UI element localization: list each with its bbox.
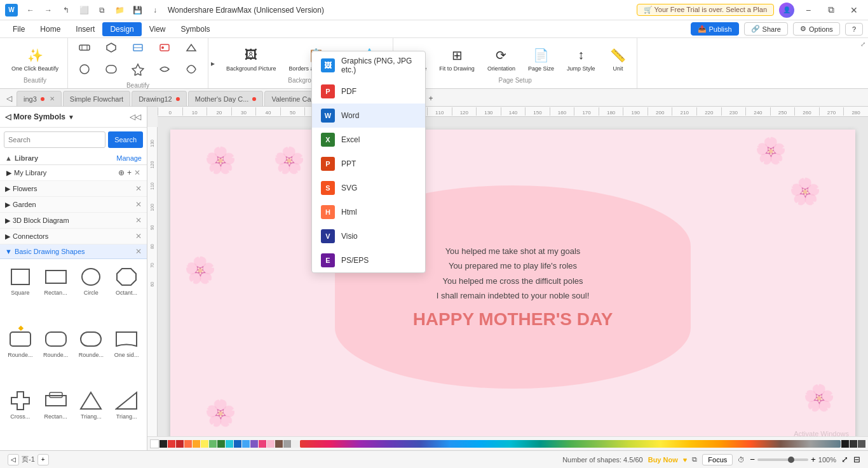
publish-button[interactable]: 📤 Publish [691,22,739,36]
page-size-button[interactable]: 📄 Page Size [523,43,559,75]
color-purple[interactable] [250,440,258,448]
user-avatar[interactable]: 👤 [779,3,794,18]
color-blue1[interactable] [234,440,241,448]
color-dark[interactable] [841,440,849,448]
color-dark2[interactable] [850,440,857,448]
export-svg[interactable]: S SVG [312,176,425,200]
export-excel[interactable]: X Excel [312,128,425,152]
menu-symbols[interactable]: Symbols [173,22,218,36]
fullscreen-btn[interactable]: ⤢ [841,455,848,464]
shape-rounded-3[interactable]: Rounde... [75,325,108,385]
sidebar-back-icon[interactable]: ◁ [5,112,11,121]
beautify-shape-8[interactable] [125,59,151,79]
flowers-section-header[interactable]: ▶ Flowers ✕ [0,181,147,197]
fit-drawing-button[interactable]: ⊞ Fit to Drawing [434,43,480,75]
nav-forward[interactable]: → [41,4,56,17]
shape-rounded-1[interactable]: Rounde... [4,325,37,385]
my-library-add-icon[interactable]: ⊕ [118,168,125,177]
minimize-button[interactable]: − [799,4,817,17]
nav-export[interactable]: ↓ [147,4,163,17]
color-dark3[interactable] [858,440,865,448]
color-brown[interactable] [275,440,283,448]
nav-redo[interactable]: ⬜ [76,4,92,17]
prev-page-btn[interactable]: ◁ [8,454,19,465]
color-orange[interactable] [184,440,192,448]
connectors-close-icon[interactable]: ✕ [135,232,142,241]
beautify-shape-7[interactable] [98,59,124,79]
export-html[interactable]: H Html [312,200,425,224]
manage-button[interactable]: Manage [116,154,142,162]
export-visio[interactable]: V Visio [312,224,425,248]
shape-triangle-1[interactable]: Triang... [75,387,108,446]
color-black[interactable] [159,440,167,448]
zoom-out-btn[interactable]: − [750,455,755,464]
connectors-section-header[interactable]: ▶ Connectors ✕ [0,229,147,244]
color-red2[interactable] [176,440,184,448]
beautify-shape-5[interactable] [179,37,204,58]
basic-shapes-close-icon[interactable]: ✕ [135,247,142,256]
export-eps[interactable]: E PS/EPS [312,248,425,272]
tab-add[interactable]: + [424,91,437,106]
close-button[interactable]: ✕ [845,4,863,17]
sidebar-dropdown-icon[interactable]: ▼ [68,114,74,121]
3d-block-close-icon[interactable]: ✕ [135,216,142,225]
menu-insert[interactable]: Insert [68,22,102,36]
color-grey[interactable] [283,440,291,448]
shape-one-side[interactable]: One sid... [110,325,143,385]
toolbar-scroll-right[interactable]: ▸ [208,59,217,68]
nav-back[interactable]: ← [23,4,38,17]
search-input[interactable] [4,131,105,148]
tab-close[interactable]: ✕ [50,95,55,102]
beautify-shape-9[interactable] [152,59,177,79]
beautify-shape-3[interactable] [125,37,151,58]
3d-block-section-header[interactable]: ▶ 3D Block Diagram ✕ [0,213,147,229]
canvas-content[interactable]: 🌸 🌸 🌸 🌸 🌸 🌸 🌸 You helped me take shot at… [158,117,868,450]
shape-rounded-2[interactable]: Rounde... [39,325,72,385]
garden-close-icon[interactable]: ✕ [135,200,142,209]
beautify-shape-10[interactable] [179,59,204,79]
sidebar-collapse-btn[interactable]: ◁◁ [129,110,142,123]
color-amber[interactable] [193,440,200,448]
add-page-btn[interactable]: + [37,454,49,465]
page-setup-expand[interactable]: ⤢ [860,41,865,48]
shape-rect-label[interactable]: Rectan... [39,387,72,446]
menu-file[interactable]: File [5,22,32,36]
jump-style-button[interactable]: ↕ Jump Style [562,43,600,75]
trial-banner[interactable]: 🛒 Your Free Trial is over. Select a Plan [637,4,774,16]
buy-now-link[interactable]: Buy Now [648,456,678,464]
nav-new[interactable]: ⧉ [94,4,109,17]
beautify-shape-2[interactable] [98,37,124,58]
export-png[interactable]: 🖼 Graphics (PNG, JPG etc.) [312,51,425,79]
my-library-item[interactable]: ▶ My Library ⊕ + ✕ [0,165,147,181]
shape-octagon[interactable]: Octant... [110,263,143,323]
share-button[interactable]: 🔗 Share [744,22,788,36]
nav-save[interactable]: 💾 [130,4,145,17]
zoom-in-btn[interactable]: + [811,455,816,464]
nav-open[interactable]: 📁 [112,4,127,17]
search-button[interactable]: Search [108,131,143,148]
color-blue2[interactable] [242,440,250,448]
shape-circle[interactable]: Circle [75,263,108,323]
options-button[interactable]: ⚙ Options [793,22,840,36]
shape-triangle-2[interactable]: Triang... [110,387,143,446]
zoom-slider[interactable] [757,458,808,461]
focus-button[interactable]: Focus [702,454,733,465]
tab-nav-left[interactable]: ◁ [3,91,15,106]
menu-home[interactable]: Home [32,22,68,36]
tab-ing3[interactable]: ing3 ✕ [17,91,62,106]
color-yellow[interactable] [201,440,208,448]
unit-button[interactable]: 📏 Unit [602,43,633,75]
shape-cross[interactable]: Cross... [4,387,37,446]
tab-simple-flowchart[interactable]: Simple Flowchart [63,91,130,106]
one-click-beautify-button[interactable]: ✨ One Click Beautify [6,43,64,75]
shape-square[interactable]: Square [4,263,37,323]
color-green1[interactable] [209,440,217,448]
nav-undo[interactable]: ↰ [58,4,74,17]
tab-drawing12[interactable]: Drawing12 [132,91,187,106]
shape-rectangle[interactable]: Rectan... [39,263,72,323]
color-gradient-bar[interactable] [300,440,841,448]
background-picture-button[interactable]: 🖼 Background Picture [221,43,281,75]
menu-design[interactable]: Design [102,22,141,36]
export-pdf[interactable]: P PDF [312,79,425,104]
layers-icon[interactable]: ⧉ [692,455,697,464]
